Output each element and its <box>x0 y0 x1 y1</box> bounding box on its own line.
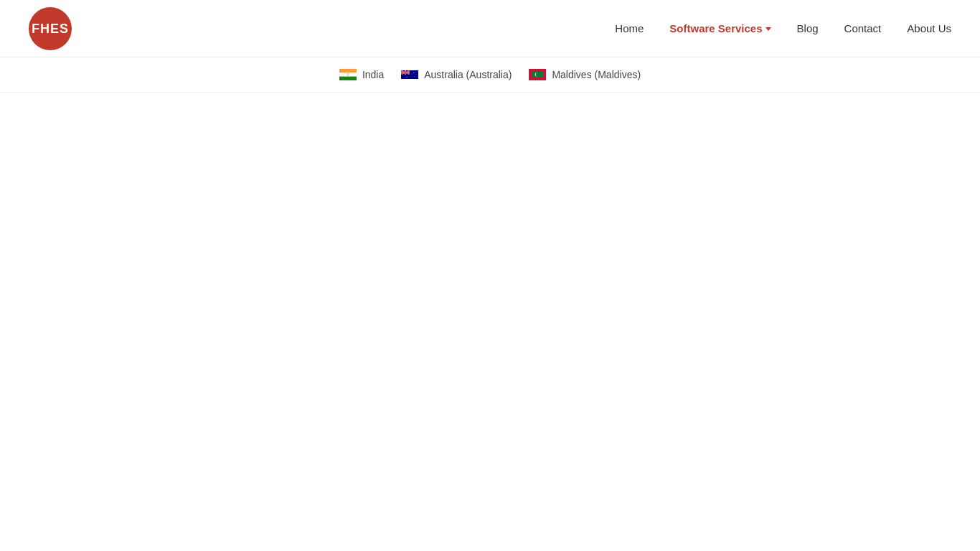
svg-rect-26 <box>401 72 410 73</box>
svg-point-35 <box>536 73 540 77</box>
india-label: India <box>362 69 384 80</box>
language-item-australia[interactable]: ★ ★ ★ ★ ★ Australia (Australia) <box>401 69 512 80</box>
main-content <box>0 93 980 523</box>
australia-flag-icon: ★ ★ ★ ★ ★ <box>401 69 418 80</box>
main-nav: Home Software Services Blog Contact Abou… <box>615 22 951 34</box>
logo-text: FHES <box>32 22 69 35</box>
svg-text:★: ★ <box>406 76 407 78</box>
language-item-maldives[interactable]: Maldives (Maldives) <box>529 69 641 80</box>
nav-item-about-us[interactable]: About Us <box>907 22 951 34</box>
nav-item-blog[interactable]: Blog <box>797 22 819 34</box>
chevron-down-icon <box>765 27 771 31</box>
site-header: FHES Home Software Services Blog Contact… <box>0 0 980 57</box>
language-bar: India ★ ★ ★ ★ ★ <box>0 57 980 93</box>
nav-item-contact[interactable]: Contact <box>844 22 882 34</box>
nav-item-software-services[interactable]: Software Services <box>669 22 771 34</box>
svg-text:★: ★ <box>414 76 415 77</box>
svg-text:★: ★ <box>412 74 413 75</box>
logo[interactable]: FHES <box>29 7 72 50</box>
svg-rect-2 <box>339 77 357 80</box>
india-flag-icon <box>339 69 357 80</box>
logo-circle[interactable]: FHES <box>29 7 72 50</box>
nav-item-home[interactable]: Home <box>615 22 644 34</box>
maldives-flag-icon <box>529 69 546 80</box>
svg-text:★: ★ <box>416 74 417 75</box>
language-item-india[interactable]: India <box>339 69 384 80</box>
australia-label: Australia (Australia) <box>424 69 512 80</box>
svg-rect-0 <box>339 69 357 72</box>
maldives-label: Maldives (Maldives) <box>552 69 641 80</box>
